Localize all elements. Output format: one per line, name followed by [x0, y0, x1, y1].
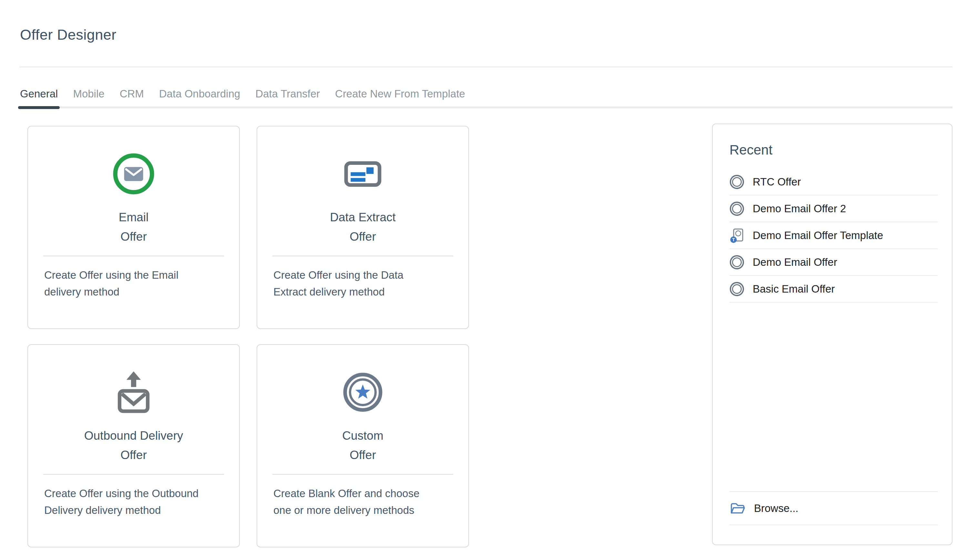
card-divider: [272, 256, 453, 256]
card-divider: [43, 256, 224, 256]
card-title-line2: Offer: [342, 446, 383, 465]
svg-text:T: T: [732, 237, 735, 242]
recent-item-label: Demo Email Offer Template: [753, 230, 883, 241]
header-divider: [19, 66, 953, 68]
tab-data-onboarding[interactable]: Data Onboarding: [159, 88, 240, 106]
offer-star-icon: [729, 175, 744, 189]
offer-designer-page: Offer Designer General Mobile CRM Data O…: [0, 0, 968, 560]
data-extract-offer-card[interactable]: Data Extract Offer Create Offer using th…: [257, 126, 469, 329]
recent-item-label: Demo Email Offer 2: [753, 203, 846, 215]
card-title-line1: Data Extract: [330, 208, 396, 227]
tab-general[interactable]: General: [20, 88, 58, 106]
tab-bar: General Mobile CRM Data Onboarding Data …: [20, 88, 465, 106]
outbound-delivery-offer-card[interactable]: Outbound Delivery Offer Create Offer usi…: [27, 344, 240, 547]
offer-star-icon: [729, 282, 744, 296]
card-title: Data Extract Offer: [330, 208, 396, 246]
browse-button[interactable]: Browse...: [729, 491, 938, 525]
card-title-line1: Custom: [342, 426, 383, 446]
card-divider: [43, 474, 224, 475]
envelope-up-arrow-icon: [112, 367, 155, 418]
recent-panel: Recent RTC Offer Demo Email Offer 2: [712, 124, 953, 545]
card-description: Create Blank Offer and choose one or mor…: [273, 485, 428, 519]
open-folder-icon: [729, 501, 746, 516]
card-title-line2: Offer: [330, 227, 396, 246]
tab-create-new-from-template[interactable]: Create New From Template: [335, 88, 465, 106]
recent-item-demo-email-offer[interactable]: Demo Email Offer: [729, 249, 938, 276]
card-title: Custom Offer: [342, 426, 383, 465]
recent-item-rtc-offer[interactable]: RTC Offer: [729, 169, 938, 195]
card-description: Create Offer using the Email delivery me…: [44, 267, 206, 300]
card-title: Email Offer: [119, 208, 149, 246]
recent-item-label: RTC Offer: [753, 176, 801, 188]
recent-item-basic-email-offer[interactable]: Basic Email Offer: [729, 276, 938, 302]
recent-heading: Recent: [729, 142, 952, 158]
email-offer-card[interactable]: Email Offer Create Offer using the Email…: [27, 126, 240, 329]
card-title-line1: Outbound Delivery: [84, 426, 183, 446]
email-envelope-in-green-circle-icon: [112, 149, 155, 199]
card-title-line2: Offer: [84, 446, 183, 465]
offer-template-icon: T: [729, 228, 744, 243]
tab-data-transfer[interactable]: Data Transfer: [255, 88, 320, 106]
tab-underline-track: [19, 106, 953, 108]
tab-crm[interactable]: CRM: [120, 88, 144, 106]
card-title: Outbound Delivery Offer: [84, 426, 183, 465]
custom-offer-card[interactable]: Custom Offer Create Blank Offer and choo…: [257, 344, 469, 547]
recent-item-label: Demo Email Offer: [753, 256, 837, 268]
star-in-double-circle-icon: [341, 367, 384, 418]
tab-mobile[interactable]: Mobile: [73, 88, 104, 106]
card-divider: [272, 474, 453, 475]
offer-star-icon: [729, 201, 744, 216]
recent-list: RTC Offer Demo Email Offer 2 T: [713, 169, 952, 302]
card-title-line2: Offer: [119, 227, 149, 246]
card-description: Create Offer using the Data Extract deli…: [273, 267, 428, 300]
recent-item-demo-email-offer-template[interactable]: T Demo Email Offer Template: [729, 222, 938, 249]
offer-card-grid: Email Offer Create Offer using the Email…: [27, 126, 469, 547]
recent-item-demo-email-offer-2[interactable]: Demo Email Offer 2: [729, 195, 938, 222]
data-extract-card-icon: [341, 149, 384, 199]
browse-label: Browse...: [754, 502, 799, 514]
offer-star-icon: [729, 255, 744, 270]
card-description: Create Offer using the Outbound Delivery…: [44, 485, 211, 519]
recent-item-label: Basic Email Offer: [753, 283, 835, 295]
page-title: Offer Designer: [20, 26, 116, 43]
card-title-line1: Email: [119, 208, 149, 227]
